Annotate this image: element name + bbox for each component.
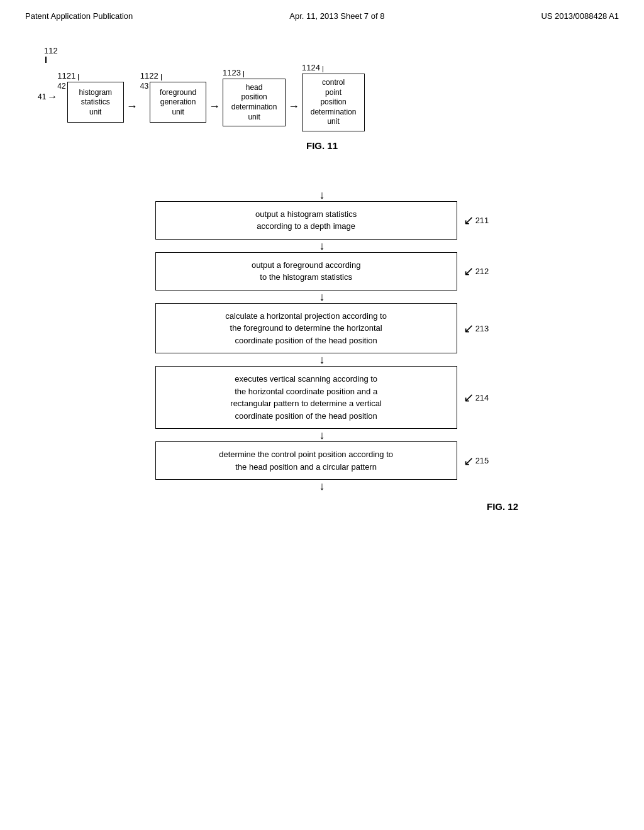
hook-icon-212: ↙ [464,265,474,277]
flow-box-215: determine the control point position acc… [155,441,457,480]
header-right: US 2013/0088428 A1 [541,11,619,21]
flow-text-214: executes vertical scanning according to … [230,374,382,421]
step-num-213: 213 [475,324,489,333]
fig11-input-arrow-icon: → [47,91,57,102]
fig11-diagram: 41 → 1121 42 histogram statistics unit 1… [38,63,606,131]
block-1121-id: 1121 [57,71,75,80]
step-num-214: 214 [475,393,489,402]
flow-label-211: ↙ 211 [464,214,489,226]
fig12-flowchart: ↓ output a histogram statistics accordin… [88,189,556,512]
block-1-number: 42 [57,82,65,91]
flow-row-215: determine the control point position acc… [88,441,556,480]
arrow-212-213: ↓ [319,290,325,303]
flow-text-211: output a histogram statistics according … [255,209,357,231]
block-1122-id: 1122 [140,71,158,80]
block-2-number: 43 [140,82,148,91]
block-histogram: histogram statistics unit [67,82,124,123]
hook-icon-211: ↙ [464,214,474,226]
step-num-212: 212 [475,267,489,276]
fig11-section: 112 41 → 1121 42 histogram statistics un… [0,27,644,157]
block-1123-id: 1123 [223,68,241,77]
block-control-point: control point position determination uni… [302,74,365,131]
bottom-arrow: ↓ [319,480,325,492]
block-head-position-text: head position determination unit [231,83,277,122]
flow-box-213: calculate a horizontal projection accord… [155,303,457,354]
block-1122-container: 1122 43 foreground generation unit [140,71,206,123]
hook-icon-213: ↙ [464,322,474,335]
flow-text-213: calculate a horizontal projection accord… [225,311,387,345]
flow-label-215: ↙ 215 [464,455,489,467]
flow-label-213: ↙ 213 [464,322,489,335]
block-1124-container: 1124 control point position determinatio… [302,63,365,131]
block-1123-container: 1123 head position determination unit [223,68,286,126]
block-control-point-text: control point position determination uni… [311,78,357,127]
flow-box-214: executes vertical scanning according to … [155,366,457,429]
arrow-3-4 [288,100,299,113]
flow-row-214: executes vertical scanning according to … [88,366,556,429]
arrow-211-212: ↓ [319,240,325,252]
fig12-caption-row: FIG. 12 [88,492,556,512]
fig11-input: 41 → [38,91,57,102]
hook-icon-214: ↙ [464,391,474,404]
step-num-211: 211 [475,216,489,225]
page-header: Patent Application Publication Apr. 11, … [0,0,644,27]
flow-text-215: determine the control point position acc… [219,450,393,472]
flow-label-212: ↙ 212 [464,265,489,277]
fig12-caption: FIG. 12 [487,501,518,512]
block-histogram-text: histogram statistics unit [79,88,112,118]
flow-text-212: output a foreground according to the his… [252,260,360,282]
fig11-diagram-label: 112 [44,46,58,55]
flow-label-214: ↙ 214 [464,391,489,404]
top-arrow: ↓ [319,189,325,201]
block-foreground: foreground generation unit [150,82,206,123]
flow-box-212: output a foreground according to the his… [155,252,457,290]
fig12-section: ↓ output a histogram statistics accordin… [0,176,644,519]
flow-row-213: calculate a horizontal projection accord… [88,303,556,354]
block-1121-container: 1121 42 histogram statistics unit [57,71,123,123]
block-1124-id: 1124 [302,63,320,72]
arrow-1-2 [126,100,138,113]
header-center: Apr. 11, 2013 Sheet 7 of 8 [289,11,384,21]
hook-icon-215: ↙ [464,455,474,467]
fig11-input-label: 41 [38,92,46,101]
arrow-214-215: ↓ [319,429,325,441]
fig11-caption: FIG. 11 [38,140,606,151]
block-foreground-text: foreground generation unit [160,88,196,118]
block-head-position: head position determination unit [223,79,286,126]
arrow-213-214: ↓ [319,353,325,366]
flow-box-211: output a histogram statistics according … [155,201,457,240]
step-num-215: 215 [475,456,489,465]
flow-row-211: output a histogram statistics according … [88,201,556,240]
header-left: Patent Application Publication [25,11,133,21]
flow-row-212: output a foreground according to the his… [88,252,556,290]
arrow-2-3 [209,100,220,113]
